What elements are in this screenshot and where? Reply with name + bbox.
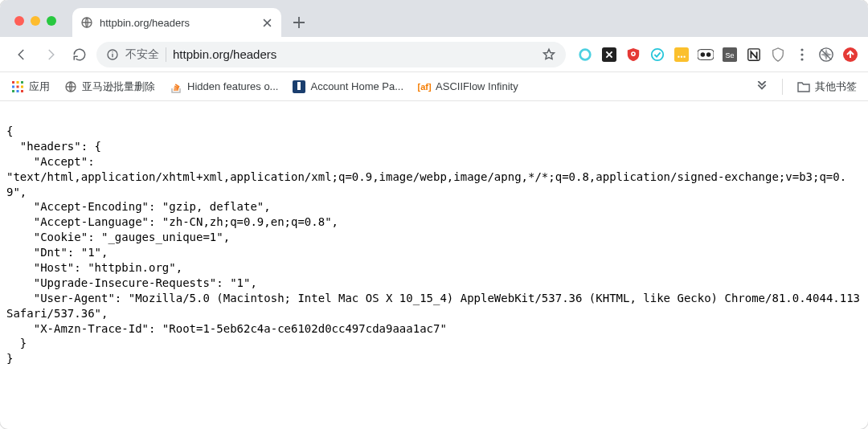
bookmark-label: ASCIIFlow Infinity bbox=[436, 80, 518, 92]
folder-icon bbox=[797, 80, 810, 93]
forward-button[interactable] bbox=[39, 43, 63, 67]
address-bar[interactable]: 不安全 httpbin.org/headers bbox=[96, 42, 566, 67]
bookmark-item-2[interactable]: Account Home Pa... bbox=[293, 80, 403, 93]
bookmarks-separator bbox=[782, 79, 783, 95]
new-tab-button[interactable] bbox=[288, 11, 310, 34]
bookmark-item-1[interactable]: Hidden features o... bbox=[170, 80, 278, 93]
extension-red-arrow-icon[interactable] bbox=[842, 47, 858, 63]
extension-icons: Se bbox=[571, 47, 858, 63]
svg-rect-28 bbox=[12, 85, 14, 88]
browser-tab[interactable]: httpbin.org/headers bbox=[72, 8, 281, 37]
svg-point-4 bbox=[580, 49, 591, 59]
svg-rect-25 bbox=[12, 81, 14, 84]
site-info-icon[interactable] bbox=[106, 48, 119, 61]
svg-text:Se: Se bbox=[725, 51, 734, 59]
window-close-button[interactable] bbox=[14, 16, 24, 26]
extension-yellow-icon[interactable] bbox=[674, 47, 690, 63]
bookmark-label: Account Home Pa... bbox=[310, 80, 403, 92]
svg-rect-27 bbox=[21, 81, 23, 84]
apps-grid-icon bbox=[11, 80, 24, 93]
toolbar: 不安全 httpbin.org/headers Se bbox=[0, 37, 868, 72]
bookmark-label: 亚马逊批量删除 bbox=[82, 80, 155, 94]
globe-icon bbox=[80, 16, 93, 29]
svg-rect-33 bbox=[21, 90, 23, 92]
svg-rect-13 bbox=[698, 49, 714, 59]
apps-label: 应用 bbox=[29, 80, 50, 94]
bookmark-square-icon bbox=[293, 80, 305, 93]
insecure-label: 不安全 bbox=[125, 47, 159, 62]
svg-rect-26 bbox=[17, 81, 19, 84]
extension-x-icon[interactable] bbox=[601, 47, 617, 63]
svg-rect-32 bbox=[17, 90, 19, 92]
svg-rect-36 bbox=[297, 82, 301, 90]
response-body: { "headers": { "Accept": "text/html,appl… bbox=[0, 112, 868, 378]
svg-point-19 bbox=[800, 48, 803, 51]
omnibox-url: httpbin.org/headers bbox=[173, 47, 535, 61]
bookmarks-overflow-button[interactable] bbox=[756, 81, 768, 92]
svg-point-21 bbox=[800, 58, 803, 60]
extension-selenium-icon[interactable]: Se bbox=[722, 47, 738, 63]
asciiflow-icon: [af] bbox=[418, 80, 431, 93]
other-bookmarks-label: 其他书签 bbox=[815, 80, 857, 94]
globe-icon bbox=[64, 80, 77, 93]
svg-point-7 bbox=[633, 52, 635, 55]
window-controls bbox=[14, 16, 56, 26]
extension-compass-icon[interactable] bbox=[818, 47, 834, 63]
menu-kebab-icon[interactable] bbox=[794, 47, 810, 63]
tab-strip: httpbin.org/headers bbox=[0, 0, 868, 37]
apps-button[interactable]: 应用 bbox=[11, 80, 50, 94]
svg-point-8 bbox=[652, 48, 663, 59]
bookmark-item-3[interactable]: [af] ASCIIFlow Infinity bbox=[418, 80, 518, 93]
bookmark-star-icon[interactable] bbox=[542, 47, 556, 62]
back-button[interactable] bbox=[10, 43, 34, 67]
other-bookmarks-button[interactable]: 其他书签 bbox=[797, 80, 857, 94]
svg-point-20 bbox=[800, 53, 803, 55]
svg-point-14 bbox=[701, 52, 705, 56]
tab-title: httpbin.org/headers bbox=[100, 17, 254, 29]
svg-rect-9 bbox=[674, 47, 689, 62]
svg-point-3 bbox=[112, 51, 113, 52]
bookmarks-bar: 应用 亚马逊批量删除 Hidden features o... Account … bbox=[0, 72, 868, 101]
window-zoom-button[interactable] bbox=[47, 16, 56, 26]
svg-rect-29 bbox=[17, 85, 19, 88]
svg-point-15 bbox=[706, 52, 710, 56]
extension-ublock-icon[interactable] bbox=[625, 47, 641, 63]
bookmark-item-0[interactable]: 亚马逊批量删除 bbox=[64, 80, 155, 94]
extension-notion-icon[interactable] bbox=[746, 47, 762, 63]
extension-shield-icon[interactable] bbox=[770, 47, 786, 63]
extension-teal-icon[interactable] bbox=[649, 47, 665, 63]
extension-panda-icon[interactable] bbox=[698, 47, 714, 63]
svg-rect-31 bbox=[12, 90, 14, 92]
svg-point-10 bbox=[678, 55, 679, 57]
extension-ring-icon[interactable] bbox=[577, 47, 593, 63]
stackoverflow-icon bbox=[170, 80, 182, 93]
close-icon[interactable] bbox=[260, 16, 273, 29]
svg-point-12 bbox=[683, 55, 685, 57]
bookmark-label: Hidden features o... bbox=[187, 80, 278, 92]
svg-rect-30 bbox=[21, 85, 23, 88]
reload-button[interactable] bbox=[68, 43, 92, 67]
window-minimize-button[interactable] bbox=[31, 16, 40, 26]
omnibox-separator bbox=[166, 47, 166, 62]
svg-point-11 bbox=[681, 55, 682, 57]
